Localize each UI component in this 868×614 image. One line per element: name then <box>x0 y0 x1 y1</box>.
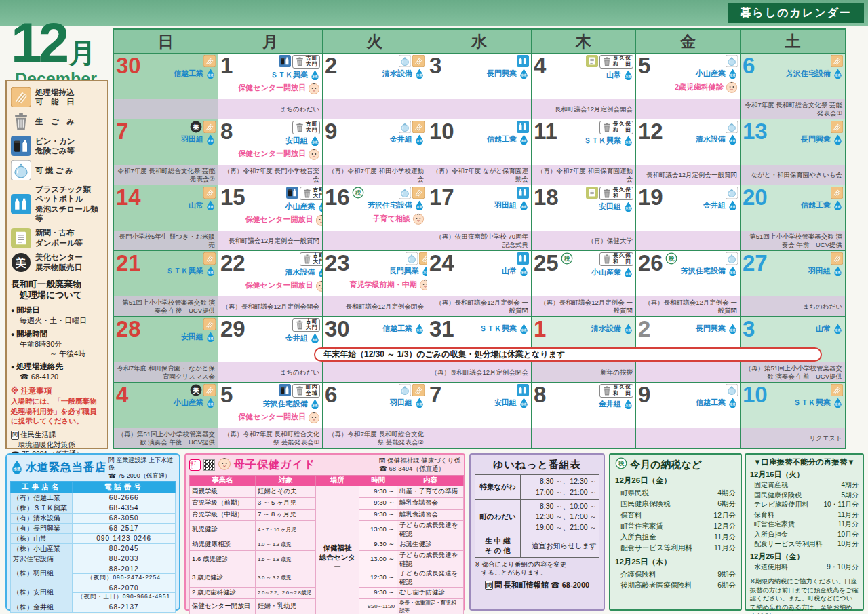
calendar-day-cell: 14山常水道長門小学校5年生 餅つき・お米販売 <box>114 185 218 250</box>
day-icons <box>517 55 529 67</box>
program-cell: 育児学級（中期） <box>190 509 256 520</box>
burnable-icon <box>399 55 411 67</box>
calendar-day-cell: 20信越工業水道第51回上小小学校管楽器交歓 演奏会 午前 UCV提供 <box>741 185 845 250</box>
tax-icon: 税 <box>665 252 677 265</box>
day-number: 16税 <box>325 187 364 208</box>
garbage-area-label: 長久保 和 田 <box>613 121 631 134</box>
duty-company: 羽田組水道 <box>390 398 425 408</box>
event-band-text: 長和町議会12月定例会開会 <box>555 105 633 113</box>
day-icons: 古町 大門 <box>286 187 323 200</box>
program-cell: 2 歳児歯科健診 <box>190 587 256 598</box>
intake-day-icon <box>831 384 843 396</box>
time-cell: 13:00 ～ <box>359 550 397 569</box>
program-times-cell: 適宜お知らせします <box>521 535 599 557</box>
event-band: まちのわだい <box>218 362 322 382</box>
disposal-hours: 開場時間 午前8時30分 ～ 午後4時 <box>11 329 103 359</box>
phone-cell: 090-1423-0246 <box>73 533 176 543</box>
phone-cell: 88-2033 <box>73 554 176 564</box>
legend-item: 新聞・古布 ダンボール等 <box>11 228 103 248</box>
svg-text:税: 税 <box>354 189 361 196</box>
day-icons <box>203 252 216 265</box>
phone-cell: 68-4354 <box>73 503 176 513</box>
garbage-area-label: 長久保 和 田 <box>613 385 631 397</box>
tax-date: 12月25日（木） <box>615 557 736 567</box>
water-badge-icon: 水道 <box>317 267 323 277</box>
yuinet-contact: 問問 長和町情報館 ☎ 68-2000 <box>475 580 599 590</box>
target-cell: 3 ～ 5 ヶ月児 <box>256 497 316 509</box>
water-badge-icon: 水道 <box>414 200 425 210</box>
yuinet-panel: ゆいねっと番組表 特集ながわ8:30 ～、12:30 ～ 17:00 ～、21:… <box>469 453 605 611</box>
day-number: 18 <box>534 187 559 208</box>
burnable-icon <box>399 187 411 199</box>
paper-icon <box>11 228 31 248</box>
garbage-area-tag: 長久保 和 田 <box>599 121 633 134</box>
event-band-text: まちのわだい <box>280 105 319 113</box>
calendar-day-cell: 7美羽田組水道令和7年度 長和町総合文化祭 芸能発表会② <box>114 119 218 185</box>
top-banner: 暮らしのカレンダー <box>0 0 868 26</box>
tax-item-period: 10・11月分 <box>823 500 859 510</box>
time-cell: 9:30 ～ <box>359 509 397 520</box>
water-badge-icon: 水道 <box>623 399 633 409</box>
duty-company: 清水設備水道 <box>591 324 633 334</box>
burnable-icon <box>11 160 31 180</box>
weekday-header: 水 <box>427 30 532 53</box>
caution-title: ※ 注意事項 <box>11 386 103 396</box>
day-icons: 美 <box>190 121 216 133</box>
day-icons <box>831 384 843 396</box>
legend-item-label: 生 ご み <box>35 117 75 126</box>
tax-item-period: 4期分 <box>717 487 736 498</box>
svg-text:税: 税 <box>667 255 674 262</box>
duty-company: 安田組水道 <box>285 136 320 146</box>
duty-company: 長門興業水道 <box>389 266 427 276</box>
duty-company: 長門興業水道 <box>696 324 738 334</box>
baby-face-icon <box>726 81 738 93</box>
water-badge-icon: 水道 <box>519 266 529 276</box>
table-row: 生 中 継 そ の 他適宜お知らせします <box>475 535 599 557</box>
duty-company-name: 安田組 <box>181 332 203 342</box>
water-emergency-title: 水道緊急当番店 <box>26 461 106 475</box>
content-cell: 身長・体重測定・育児相談等 <box>397 598 464 614</box>
boshi-guide-title: 母子保健ガイド <box>234 458 315 472</box>
health-event: 子育て相談 <box>373 212 425 225</box>
water-badge-icon: 水道 <box>833 200 843 210</box>
duty-company-name: 小山産業 <box>696 69 726 79</box>
bika-center-icon: 美 <box>190 384 202 396</box>
garbage-area-label: 長久保 和 田 <box>613 187 631 199</box>
event-band: （再）長和町議会12月定例会閉会 <box>427 362 531 382</box>
content-cell: 子どもの成長発達を確認 <box>397 569 464 587</box>
garbage-icon <box>294 122 305 133</box>
event-band-text: （再）令和7年度 長和町総合文化祭 芸能発表会① <box>221 430 319 445</box>
duty-company: 羽田組水道 <box>808 266 843 276</box>
day-number: 9 <box>325 121 337 142</box>
event-band-text: （再）令和7年度 ながと保育園運動会 <box>430 167 528 182</box>
tax-item: 水道使用料9・10月分 <box>750 562 859 573</box>
day-icons <box>726 187 738 199</box>
water-badge-icon: 水道 <box>833 398 843 408</box>
program-cell: 3 歳児健診 <box>190 569 256 587</box>
garbage-icon <box>294 385 305 396</box>
duty-company-name: 清水設備 <box>696 134 726 145</box>
calendar-day-cell: 10ＳＴＫ興業水道リクエスト <box>741 383 845 448</box>
table-row: （株）安田組68-2070 <box>11 583 176 592</box>
calendar-day-cell: 21ＳＴＫ興業水道第51回上小小学校管楽器交歓 演奏会 午後 UCV提供 <box>114 251 218 316</box>
disposal-open: 開場日 毎週火・土・日曜日 <box>11 305 103 325</box>
water-badge-icon: 水道 <box>421 266 427 276</box>
time-cell: 9:30 ～ <box>359 486 397 497</box>
tax-date: 12月26日（金） <box>615 476 736 486</box>
duty-company: 信越工業水道 <box>382 324 425 334</box>
duty-company-name: 羽田組 <box>494 200 517 210</box>
bin-can-icon <box>279 55 291 67</box>
burnable-icon <box>406 252 418 265</box>
burnable-icon <box>726 187 738 199</box>
health-event-label: 保健センター開放日 <box>245 214 313 225</box>
health-event: 2歳児歯科健診 <box>675 81 738 93</box>
garbage-icon <box>11 111 31 132</box>
table-row: （有）清水設備68-3050 <box>11 513 176 523</box>
calendar-day-cell: 23長門興業水道育児学級前期・中期長和町議会12月定例会閉会 <box>323 251 427 316</box>
duty-company-name: 信越工業 <box>487 134 517 145</box>
day-icons <box>203 187 216 199</box>
legend-item: 可 燃 ご み <box>11 160 103 180</box>
duty-company: 安田組水道 <box>599 202 633 212</box>
burnable-icon <box>399 121 411 133</box>
intake-day-icon <box>831 252 843 265</box>
